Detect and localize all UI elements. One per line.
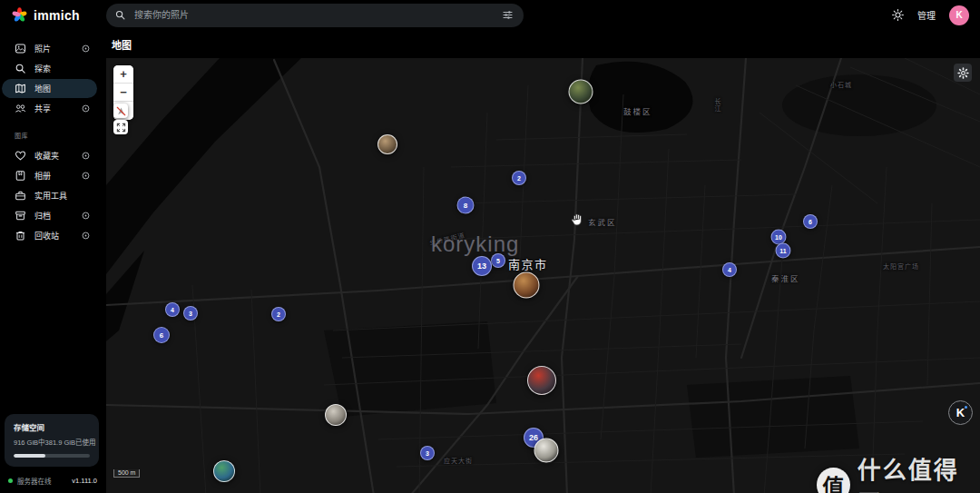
server-status-label: 服务器在线	[17, 476, 52, 486]
map-cluster-marker[interactable]: 8	[457, 197, 475, 214]
server-status-row: 服务器在线 v1.111.0	[0, 471, 106, 493]
status-circle-icon	[82, 152, 90, 160]
gear-icon	[957, 67, 969, 79]
sidebar-item-explore[interactable]: 探索	[2, 59, 97, 78]
sidebar-item-label: 探索	[34, 63, 51, 74]
sidebar-item-label: 回收站	[34, 230, 59, 242]
sidebar-item-label: 实用工具	[34, 190, 67, 202]
status-circle-icon	[82, 44, 90, 53]
user-avatar[interactable]: K	[949, 5, 969, 25]
photos-icon	[15, 43, 26, 54]
immich-flower-icon	[12, 7, 27, 23]
zoom-in-button[interactable]: +	[113, 65, 133, 84]
archive-icon	[15, 210, 26, 222]
server-online-dot	[8, 478, 13, 483]
map-cluster-marker[interactable]: 6	[153, 327, 170, 343]
search-input[interactable]	[132, 9, 493, 21]
map-photo-marker-gray-photo[interactable]	[325, 404, 347, 426]
sidebar-item-albums[interactable]: 相册	[2, 166, 97, 185]
app-version: v1.111.0	[72, 477, 97, 485]
sidebar-item-label: 地图	[34, 83, 51, 94]
sidebar-item-trash[interactable]: 回收站	[2, 226, 97, 245]
search-icon	[115, 10, 125, 20]
map-cluster-marker[interactable]: 4	[722, 262, 737, 277]
storage-usage-text: 916 GiB中381.9 GiB已使用	[14, 437, 90, 447]
theme-toggle-button[interactable]	[892, 9, 904, 21]
sidebar-spacer	[0, 246, 106, 414]
map-settings-button[interactable]	[954, 64, 972, 82]
map-photo-marker-pond-aerial-photo[interactable]	[569, 80, 593, 104]
sidebar-item-utilities[interactable]: 实用工具	[2, 186, 97, 205]
sidebar-item-label: 共享	[34, 103, 51, 114]
sidebar-item-sharing[interactable]: 共享	[2, 99, 97, 118]
sidebar-item-label: 归档	[34, 210, 51, 222]
fullscreen-button[interactable]	[113, 120, 128, 134]
main-content: 地图	[106, 30, 980, 493]
map-photo-marker-moon-photo[interactable]	[534, 439, 559, 463]
sidebar-item-map[interactable]: 地图	[2, 79, 97, 98]
sidebar: 照片 探索 地图	[0, 30, 106, 493]
status-circle-icon	[82, 212, 90, 220]
storage-title: 存储空间	[14, 421, 90, 432]
map-cluster-marker[interactable]: 2	[271, 307, 286, 321]
sun-icon	[892, 9, 904, 21]
sidebar-item-label: 相册	[34, 170, 51, 182]
sidebar-item-label: 收藏夹	[34, 150, 59, 162]
map-viewport[interactable]: 南京市玄武区鼓楼区秦淮区小石城长江太阳宫广场华侨路街道应天大街 28513610…	[106, 58, 980, 493]
top-bar: immich	[0, 0, 980, 30]
map-icon	[15, 83, 26, 94]
map-photo-marker-food-photo[interactable]	[514, 272, 540, 299]
heart-icon	[15, 150, 26, 162]
koryking-logo-badge: K	[948, 400, 973, 425]
map-cluster-marker[interactable]: 4	[165, 302, 180, 317]
map-photo-marker-rock-photo[interactable]	[377, 134, 397, 154]
status-circle-icon	[82, 232, 90, 240]
map-cluster-marker[interactable]: 5	[491, 253, 505, 268]
map-scale-bar: 500 m	[113, 469, 140, 478]
map-cluster-marker[interactable]: 13	[472, 256, 492, 276]
briefcase-icon	[15, 190, 26, 202]
app-logo[interactable]: immich	[0, 7, 106, 23]
people-icon	[15, 103, 26, 114]
trash-icon	[15, 230, 26, 242]
sidebar-item-label: 照片	[34, 43, 51, 54]
page-title: 地图	[106, 30, 980, 58]
geolocate-button[interactable]	[113, 104, 128, 118]
sidebar-item-favorites[interactable]: 收藏夹	[2, 146, 97, 165]
search-filter-icon[interactable]	[500, 8, 514, 23]
zoom-out-button[interactable]: −	[113, 84, 133, 102]
storage-card: 存储空间 916 GiB中381.9 GiB已使用	[5, 414, 99, 467]
immich-app: immich	[0, 0, 980, 493]
geolocate-disabled-icon	[116, 106, 126, 116]
sidebar-item-archive[interactable]: 归档	[2, 206, 97, 225]
topbar-actions: 管理 K	[892, 5, 980, 25]
search-bar[interactable]	[106, 4, 524, 27]
album-icon	[15, 170, 26, 182]
expand-arrows-icon	[116, 123, 126, 133]
status-circle-icon	[82, 172, 90, 180]
map-cluster-marker[interactable]: 11	[776, 243, 791, 259]
map-photo-marker-green-map-photo[interactable]	[213, 460, 235, 482]
sidebar-section-label: 图库	[15, 131, 106, 140]
koryking-logo-letter: K	[956, 406, 965, 419]
map-cluster-marker[interactable]: 6	[803, 214, 818, 229]
sidebar-item-photos[interactable]: 照片	[2, 39, 97, 58]
storage-progress-track	[14, 454, 90, 458]
koryking-logo-dot	[965, 406, 967, 409]
map-tiles	[106, 58, 980, 493]
map-cluster-marker[interactable]: 3	[183, 306, 198, 320]
admin-link[interactable]: 管理	[917, 8, 936, 22]
map-photo-marker-figure-photo[interactable]	[527, 366, 556, 395]
map-cluster-marker[interactable]: 2	[512, 171, 526, 185]
app-title: immich	[34, 8, 80, 23]
status-circle-icon	[82, 104, 90, 113]
storage-progress-fill	[14, 454, 45, 458]
explore-search-icon	[15, 63, 26, 74]
map-cluster-marker[interactable]: 3	[420, 446, 435, 460]
